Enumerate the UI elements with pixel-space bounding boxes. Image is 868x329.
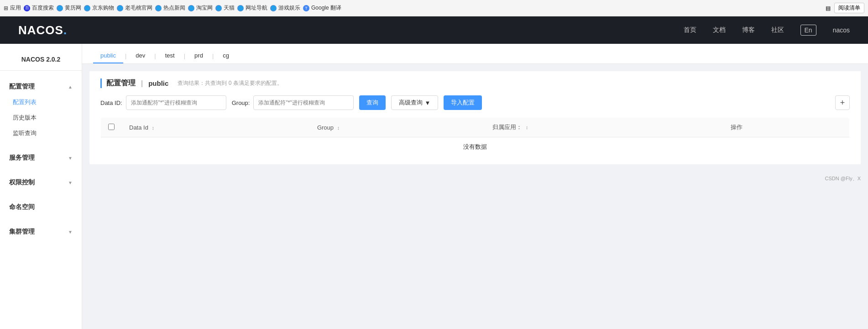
- lang-switch-button[interactable]: En: [800, 25, 816, 36]
- chevron-up-icon: ▲: [68, 84, 73, 89]
- select-all-checkbox[interactable]: [108, 124, 115, 130]
- current-namespace-label: public: [148, 79, 168, 87]
- nav-community[interactable]: 社区: [771, 26, 784, 34]
- th-operation: 操作: [723, 118, 850, 137]
- sidebar-auth-header[interactable]: 权限控制 ▼: [9, 175, 73, 190]
- user-account[interactable]: nacos: [833, 26, 850, 34]
- group-input[interactable]: [253, 95, 354, 110]
- toolbar-tmall[interactable]: 🌐 天猫: [215, 4, 235, 12]
- web-icon-3: 🌐: [117, 5, 123, 11]
- config-management-title: 配置管理: [106, 78, 136, 88]
- group-label: Group:: [232, 99, 250, 106]
- sidebar-auth-label: 权限控制: [9, 178, 35, 187]
- ns-tab-cg[interactable]: cg: [215, 48, 236, 63]
- footer-text: CSDN @Fly、X: [825, 176, 861, 181]
- web-icon-7: 🌐: [237, 5, 244, 11]
- nav-blog[interactable]: 博客: [742, 26, 755, 34]
- data-id-input[interactable]: [126, 95, 226, 110]
- toolbar-translate[interactable]: T Google 翻译: [303, 4, 341, 12]
- web-icon-6: 🌐: [215, 5, 222, 11]
- import-config-button[interactable]: 导入配置: [444, 95, 482, 110]
- empty-data-cell: 没有数据: [101, 137, 850, 157]
- config-table: Data Id ↕ Group ↕ 归属应用： ↕ 操作: [100, 117, 850, 157]
- sidebar-section-namespace: 命名空间: [0, 195, 82, 219]
- namespace-tabs: public | dev | test | prd | cg: [82, 44, 868, 64]
- sidebar-cluster-header[interactable]: 集群管理 ▼: [9, 224, 73, 240]
- chevron-down-icon-2: ▼: [68, 180, 73, 185]
- logo-text: NACOS: [18, 23, 63, 37]
- data-id-field: Data ID:: [100, 95, 226, 110]
- config-panel: 配置管理 | public 查询结果：共查询到 0 条满足要求的配置。 Data…: [89, 71, 861, 164]
- ns-tab-test[interactable]: test: [158, 48, 182, 63]
- nav-docs[interactable]: 文档: [713, 26, 726, 34]
- baidu-icon: 百: [24, 5, 30, 11]
- sidebar-section-cluster: 集群管理 ▼: [0, 219, 82, 244]
- th-checkbox: [101, 118, 122, 137]
- sidebar-cluster-label: 集群管理: [9, 228, 35, 236]
- sidebar-section-service: 服务管理 ▼: [0, 146, 82, 170]
- ns-sep-4: |: [210, 52, 215, 59]
- ns-tab-public[interactable]: public: [93, 48, 123, 63]
- sort-group-icon[interactable]: ↕: [337, 125, 340, 131]
- sort-app-icon[interactable]: ↕: [526, 125, 528, 130]
- toolbar-apps[interactable]: ⊞ 应用: [4, 4, 21, 12]
- sidebar-namespace-label: 命名空间: [9, 203, 35, 211]
- th-app: 归属应用： ↕: [485, 118, 723, 137]
- web-icon-2: 🌐: [84, 5, 90, 11]
- table-header-row: Data Id ↕ Group ↕ 归属应用： ↕ 操作: [101, 118, 850, 137]
- toolbar-nav[interactable]: 🌐 网址导航: [237, 4, 267, 12]
- apps-icon: ⊞: [4, 5, 8, 11]
- ns-sep-3: |: [182, 52, 187, 59]
- toolbar-taobao[interactable]: 🌐 淘宝网: [188, 4, 213, 12]
- toolbar-huangli[interactable]: 🌐 黄历网: [57, 4, 81, 12]
- sort-data-id-icon[interactable]: ↕: [152, 125, 155, 131]
- sidebar-section-auth: 权限控制 ▼: [0, 170, 82, 195]
- sidebar-config-label: 配置管理: [9, 83, 35, 91]
- web-icon-5: 🌐: [188, 5, 194, 11]
- advanced-search-button[interactable]: 高级查询 ▼: [391, 95, 438, 110]
- col-app-label: 归属应用：: [492, 124, 522, 131]
- add-config-button[interactable]: +: [835, 95, 850, 110]
- empty-data-row: 没有数据: [101, 137, 850, 157]
- sidebar-config-header[interactable]: 配置管理 ▲: [9, 79, 73, 94]
- sidebar-item-history[interactable]: 历史版本: [9, 110, 73, 125]
- group-field: Group:: [232, 95, 354, 110]
- sidebar-namespace-header[interactable]: 命名空间: [9, 199, 73, 215]
- toolbar-game[interactable]: 🌐 游戏娱乐: [270, 4, 300, 12]
- col-group-label: Group: [317, 124, 334, 131]
- web-icon-1: 🌐: [57, 5, 63, 11]
- col-data-id-label: Data Id: [129, 124, 148, 131]
- th-data-id: Data Id ↕: [122, 118, 310, 137]
- logo: NACOS.: [18, 23, 67, 37]
- chevron-down-icon-1: ▼: [68, 156, 73, 161]
- ns-tab-prd[interactable]: prd: [187, 48, 210, 63]
- app-layout: NACOS 2.0.2 配置管理 ▲ 配置列表 历史版本 监听查询 服务管理 ▼…: [0, 44, 868, 329]
- sidebar-service-header[interactable]: 服务管理 ▼: [9, 150, 73, 166]
- nav-home[interactable]: 首页: [684, 26, 696, 34]
- toolbar-baidu[interactable]: 百 百度搜索: [24, 4, 54, 12]
- browser-toolbar-right: ▤ 阅读清单: [826, 3, 864, 13]
- toolbar-news[interactable]: 🌐 热点新闻: [155, 4, 185, 12]
- web-icon-4: 🌐: [155, 5, 162, 11]
- logo-dot: .: [63, 23, 67, 37]
- sidebar-item-listen[interactable]: 监听查询: [9, 125, 73, 141]
- browser-toolbar: ⊞ 应用 百 百度搜索 🌐 黄历网 🌐 京东购物 🌐 老毛桃官网 🌐 热点新闻 …: [0, 0, 868, 16]
- reading-mode-icon: ▤: [826, 5, 831, 11]
- header-separator: |: [141, 79, 143, 88]
- reading-mode-button[interactable]: 阅读清单: [834, 3, 864, 13]
- sidebar-version: NACOS 2.0.2: [0, 48, 82, 71]
- sidebar: NACOS 2.0.2 配置管理 ▲ 配置列表 历史版本 监听查询 服务管理 ▼…: [0, 44, 82, 329]
- translate-icon: T: [303, 5, 309, 11]
- table-header: Data Id ↕ Group ↕ 归属应用： ↕ 操作: [101, 118, 850, 137]
- sidebar-item-config-list[interactable]: 配置列表: [9, 94, 73, 110]
- search-button[interactable]: 查询: [359, 95, 386, 110]
- main-content: public | dev | test | prd | cg 配置管理 | pu…: [82, 44, 868, 329]
- search-bar: Data ID: Group: 查询 高级查询 ▼ 导入配置 +: [100, 95, 850, 110]
- table-body: 没有数据: [101, 137, 850, 157]
- sidebar-service-label: 服务管理: [9, 154, 35, 162]
- ns-tab-dev[interactable]: dev: [128, 48, 152, 63]
- toolbar-laomao[interactable]: 🌐 老毛桃官网: [117, 4, 152, 12]
- nav-bar: NACOS. 首页 文档 博客 社区 En nacos: [0, 16, 868, 44]
- toolbar-jd[interactable]: 🌐 京东购物: [84, 4, 114, 12]
- config-panel-header: 配置管理 | public 查询结果：共查询到 0 条满足要求的配置。: [100, 78, 850, 88]
